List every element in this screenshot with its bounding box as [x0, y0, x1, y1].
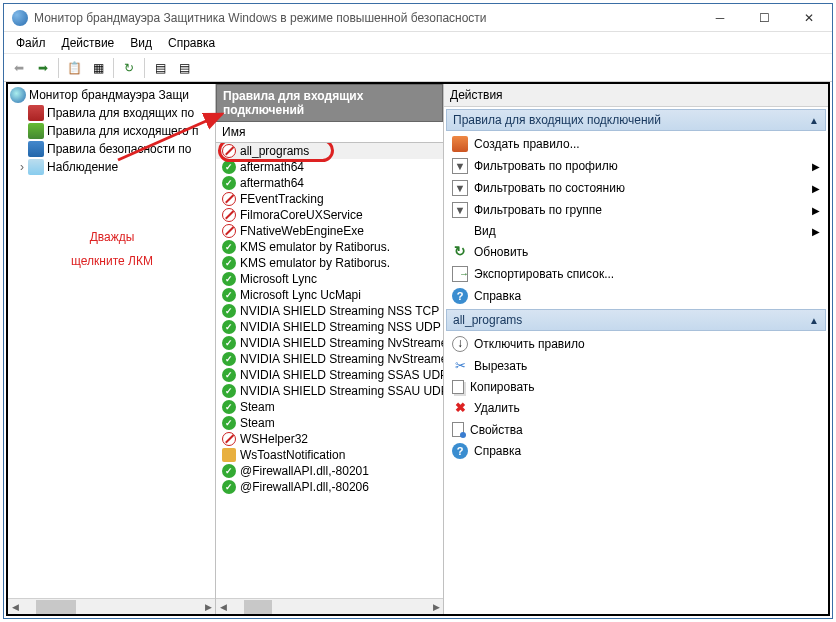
toolbar: ⬅ ➡ 📋 ▦ ↻ ▤ ▤ — [4, 54, 832, 82]
action-disable[interactable]: Отключить правило — [444, 333, 828, 355]
block-icon — [222, 208, 236, 222]
tree-root[interactable]: Монитор брандмауэра Защи — [8, 86, 215, 104]
allow-icon — [222, 384, 236, 398]
rule-row[interactable]: WSHelper32 — [216, 431, 443, 447]
rule-row[interactable]: NVIDIA SHIELD Streaming NSS UDP Exce — [216, 319, 443, 335]
rule-name: NVIDIA SHIELD Streaming NSS UDP Exce — [240, 320, 443, 334]
menubar: Файл Действие Вид Справка — [4, 32, 832, 54]
tb-icon-1[interactable]: 📋 — [63, 57, 85, 79]
col-name[interactable]: Имя — [216, 122, 443, 143]
cut-icon — [452, 358, 468, 374]
actions-pane: Действия Правила для входящих подключени… — [444, 84, 828, 614]
tree-pane: Монитор брандмауэра Защи Правила для вхо… — [8, 84, 216, 614]
rule-row[interactable]: FNativeWebEngineExe — [216, 223, 443, 239]
action-filter-profile[interactable]: Фильтровать по профилю▶ — [444, 155, 828, 177]
action-filter-group[interactable]: Фильтровать по группе▶ — [444, 199, 828, 221]
action-copy[interactable]: Копировать — [444, 377, 828, 397]
rule-row[interactable]: NVIDIA SHIELD Streaming NvStreamer TC — [216, 335, 443, 351]
tb-icon-4[interactable]: ▤ — [149, 57, 171, 79]
rule-row[interactable]: NVIDIA SHIELD Streaming NSS TCP Excep — [216, 303, 443, 319]
rule-row[interactable]: Steam — [216, 415, 443, 431]
action-props[interactable]: Свойства — [444, 419, 828, 440]
rule-row[interactable]: NVIDIA SHIELD Streaming SSAS UDP Exc — [216, 367, 443, 383]
titlebar: Монитор брандмауэра Защитника Windows в … — [4, 4, 832, 32]
copy-icon — [452, 380, 464, 394]
back-button[interactable]: ⬅ — [8, 57, 30, 79]
action-view[interactable]: Вид▶ — [444, 221, 828, 241]
allow-icon — [222, 240, 236, 254]
allow-icon — [222, 304, 236, 318]
tree-monitoring[interactable]: ›Наблюдение — [8, 158, 215, 176]
menu-view[interactable]: Вид — [122, 34, 160, 52]
app-window: Монитор брандмауэра Защитника Windows в … — [3, 3, 833, 619]
left-hscroll[interactable]: ◀▶ — [8, 598, 215, 614]
tb-icon-2[interactable]: ▦ — [87, 57, 109, 79]
rule-row[interactable]: NVIDIA SHIELD Streaming SSAU UDP Exc — [216, 383, 443, 399]
disable-icon — [452, 336, 468, 352]
tree-outbound[interactable]: Правила для исходящего п — [8, 122, 215, 140]
rule-name: Microsoft Lync — [240, 272, 317, 286]
refresh-icon — [452, 244, 468, 260]
menu-help[interactable]: Справка — [160, 34, 223, 52]
action-filter-state[interactable]: Фильтровать по состоянию▶ — [444, 177, 828, 199]
rule-row[interactable]: FEventTracking — [216, 191, 443, 207]
rule-name: Microsoft Lync UcMapi — [240, 288, 361, 302]
rule-name: NVIDIA SHIELD Streaming NvStreamer U — [240, 352, 443, 366]
minimize-button[interactable]: ─ — [698, 4, 742, 32]
action-help[interactable]: Справка — [444, 285, 828, 307]
maximize-button[interactable]: ☐ — [742, 4, 786, 32]
rule-row[interactable]: KMS emulator by Ratiborus. — [216, 255, 443, 271]
actions-section-selected[interactable]: all_programs▲ — [446, 309, 826, 331]
tree-inbound[interactable]: Правила для входящих по — [8, 104, 215, 122]
mid-hscroll[interactable]: ◀▶ — [216, 598, 443, 614]
action-help2[interactable]: Справка — [444, 440, 828, 462]
rule-row[interactable]: aftermath64 — [216, 175, 443, 191]
allow-icon — [222, 160, 236, 174]
rule-row[interactable]: @FirewallAPI.dll,-80201 — [216, 463, 443, 479]
action-export[interactable]: Экспортировать список... — [444, 263, 828, 285]
rule-row[interactable]: Steam — [216, 399, 443, 415]
rule-row[interactable]: FilmoraCoreUXService — [216, 207, 443, 223]
filter-icon — [452, 180, 468, 196]
rule-row[interactable]: WsToastNotification — [216, 447, 443, 463]
block-icon — [222, 192, 236, 206]
forward-button[interactable]: ➡ — [32, 57, 54, 79]
new-rule-icon — [452, 136, 468, 152]
menu-file[interactable]: Файл — [8, 34, 54, 52]
app-icon — [12, 10, 28, 26]
rule-name: aftermath64 — [240, 160, 304, 174]
rule-row[interactable]: NVIDIA SHIELD Streaming NvStreamer U — [216, 351, 443, 367]
rules-pane: Правила для входящих подключений Имя all… — [216, 84, 444, 614]
rule-name: KMS emulator by Ratiborus. — [240, 256, 390, 270]
rules-list[interactable]: all_programsaftermath64aftermath64FEvent… — [216, 143, 443, 598]
rule-name: @FirewallAPI.dll,-80201 — [240, 464, 369, 478]
help-icon — [452, 443, 468, 459]
tb-icon-3[interactable]: ↻ — [118, 57, 140, 79]
rule-name: all_programs — [240, 144, 309, 158]
rule-name: KMS emulator by Ratiborus. — [240, 240, 390, 254]
allow-icon — [222, 176, 236, 190]
window-title: Монитор брандмауэра Защитника Windows в … — [34, 11, 698, 25]
rule-row[interactable]: KMS emulator by Ratiborus. — [216, 239, 443, 255]
tb-icon-5[interactable]: ▤ — [173, 57, 195, 79]
menu-action[interactable]: Действие — [54, 34, 123, 52]
rule-name: FEventTracking — [240, 192, 324, 206]
rule-row[interactable]: all_programs — [216, 143, 443, 159]
action-refresh[interactable]: Обновить — [444, 241, 828, 263]
filter-icon — [452, 202, 468, 218]
rule-name: NVIDIA SHIELD Streaming SSAS UDP Exc — [240, 368, 443, 382]
action-delete[interactable]: Удалить — [444, 397, 828, 419]
rule-row[interactable]: aftermath64 — [216, 159, 443, 175]
close-button[interactable]: ✕ — [786, 4, 832, 32]
rule-row[interactable]: @FirewallAPI.dll,-80206 — [216, 479, 443, 495]
help-icon — [452, 288, 468, 304]
tree-consec[interactable]: Правила безопасности по — [8, 140, 215, 158]
rule-row[interactable]: Microsoft Lync — [216, 271, 443, 287]
rules-header: Правила для входящих подключений — [216, 84, 443, 122]
actions-section-inbound[interactable]: Правила для входящих подключений▲ — [446, 109, 826, 131]
action-new-rule[interactable]: Создать правило... — [444, 133, 828, 155]
block-icon — [222, 144, 236, 158]
rule-name: NVIDIA SHIELD Streaming SSAU UDP Exc — [240, 384, 443, 398]
rule-row[interactable]: Microsoft Lync UcMapi — [216, 287, 443, 303]
action-cut[interactable]: Вырезать — [444, 355, 828, 377]
